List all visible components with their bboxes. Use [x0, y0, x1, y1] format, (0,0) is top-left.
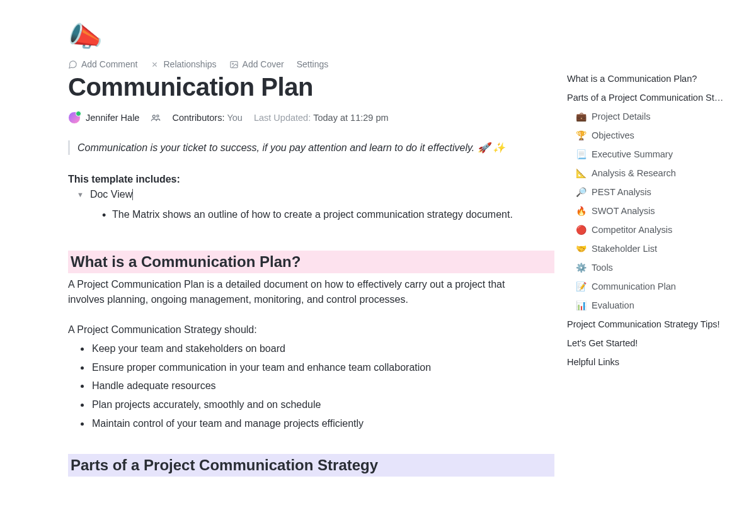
add-comment-label: Add Comment [81, 59, 137, 69]
toc-sub-item[interactable]: 📃Executive Summary [567, 145, 738, 164]
page-toolbar: Add Comment Relationships Add Cover Sett… [68, 59, 554, 69]
toc-sub-item[interactable]: 🔴Competitor Analysis [567, 220, 738, 239]
toc-sub-item[interactable]: 💼Project Details [567, 107, 738, 126]
list-item[interactable]: Maintain control of your team and manage… [91, 414, 554, 433]
relationships-icon [150, 60, 159, 69]
bar-chart-icon: 📊 [576, 300, 587, 310]
quote-block[interactable]: Communication is your ticket to success,… [68, 140, 554, 155]
author-name[interactable]: Jennifer Hale [86, 113, 139, 123]
page-icon: 📃 [576, 149, 587, 159]
contributors-value[interactable]: You [227, 113, 242, 123]
toc-item[interactable]: Parts of a Project Communication St… [567, 88, 738, 107]
updated-value: Today at 11:29 pm [313, 113, 388, 123]
toc-sub-label: Project Details [592, 111, 650, 122]
toc-item[interactable]: Project Communication Strategy Tips! [567, 315, 738, 334]
section1-subhead[interactable]: A Project Communication Strategy should: [68, 324, 554, 336]
red-circle-icon: 🔴 [576, 225, 587, 235]
document-main: 📣 Add Comment Relationships Add Cover [0, 0, 554, 532]
toc-sub-label: Analysis & Research [592, 168, 676, 178]
list-item[interactable]: Plan projects accurately, smoothly and o… [91, 395, 554, 414]
toc-sub-item[interactable]: 📝Communication Plan [567, 277, 738, 296]
toc-sub-label: Stakeholder List [592, 244, 657, 254]
contributors-label: Contributors: [172, 113, 224, 123]
section1-list[interactable]: Keep your team and stakeholders on board… [91, 339, 554, 433]
toggle-bullet[interactable]: The Matrix shows an outline of how to cr… [112, 207, 553, 223]
settings-label: Settings [297, 59, 329, 69]
briefcase-icon: 💼 [576, 111, 587, 122]
outline-sidebar: What is a Communication Plan? Parts of a… [554, 0, 743, 532]
toc-sub-label: Competitor Analysis [592, 225, 672, 235]
toggle-doc-view[interactable]: ▼ Doc View [77, 189, 554, 200]
settings-button[interactable]: Settings [297, 59, 329, 69]
relationships-label: Relationships [163, 59, 216, 69]
svg-point-1 [232, 63, 233, 64]
page-title[interactable]: Communication Plan [68, 73, 554, 101]
handshake-icon: 🤝 [576, 244, 587, 254]
image-icon [229, 60, 239, 69]
comment-icon [68, 60, 77, 69]
toc-sub-label: Objectives [592, 130, 634, 140]
people-icon [151, 113, 161, 123]
list-item[interactable]: Keep your team and stakeholders on board [91, 339, 554, 358]
toc-sub-item[interactable]: ⚙️Tools [567, 258, 738, 277]
toc-sub-item[interactable]: 🔎PEST Analysis [567, 183, 738, 201]
toc-sub-label: Communication Plan [592, 281, 676, 291]
add-cover-button[interactable]: Add Cover [229, 59, 284, 69]
list-item[interactable]: Ensure proper communication in your team… [91, 358, 554, 377]
add-cover-label: Add Cover [243, 59, 284, 69]
toc-sub-item[interactable]: 🔥SWOT Analysis [567, 201, 738, 220]
toc-sub-item[interactable]: 🤝Stakeholder List [567, 239, 738, 258]
toc-sub-item[interactable]: 📊Evaluation [567, 296, 738, 315]
toc-item[interactable]: Helpful Links [567, 353, 738, 371]
toc-sub-label: PEST Analysis [592, 187, 651, 197]
relationships-button[interactable]: Relationships [150, 59, 216, 69]
toc-item[interactable]: What is a Communication Plan? [567, 69, 738, 88]
toc-sub-label: SWOT Analysis [592, 206, 655, 216]
toc-sub-item[interactable]: 🏆Objectives [567, 126, 738, 145]
add-comment-button[interactable]: Add Comment [68, 59, 137, 69]
toc-sub-label: Tools [592, 263, 613, 273]
chevron-down-icon[interactable]: ▼ [77, 191, 84, 198]
svg-point-3 [157, 115, 159, 117]
svg-point-2 [153, 115, 156, 118]
toc-sub-label: Executive Summary [592, 149, 673, 159]
page-meta: Jennifer Hale Contributors: You Last Upd… [68, 111, 554, 124]
section1-body[interactable]: A Project Communication Plan is a detail… [68, 277, 542, 308]
ruler-icon: 📐 [576, 168, 587, 178]
template-includes-heading[interactable]: This template includes: [68, 174, 554, 185]
author-avatar[interactable] [68, 111, 81, 124]
toggle-label: Doc View [90, 189, 132, 200]
toc-sub-label: Evaluation [592, 300, 634, 310]
magnify-icon: 🔎 [576, 187, 587, 197]
page-icon[interactable]: 📣 [68, 23, 554, 54]
text-cursor [132, 189, 133, 200]
section-heading-what-is[interactable]: What is a Communication Plan? [68, 251, 554, 273]
list-item[interactable]: Handle adequate resources [91, 376, 554, 395]
toc-sub-item[interactable]: 📐Analysis & Research [567, 164, 738, 183]
memo-icon: 📝 [576, 281, 587, 291]
trophy-icon: 🏆 [576, 130, 587, 140]
section-heading-parts[interactable]: Parts of a Project Communication Strateg… [68, 454, 554, 477]
updated-label: Last Updated: [254, 113, 311, 123]
gear-icon: ⚙️ [576, 263, 587, 273]
fire-icon: 🔥 [576, 206, 587, 216]
quote-text: Communication is your ticket to success,… [77, 142, 505, 153]
toc-item[interactable]: Let's Get Started! [567, 334, 738, 353]
